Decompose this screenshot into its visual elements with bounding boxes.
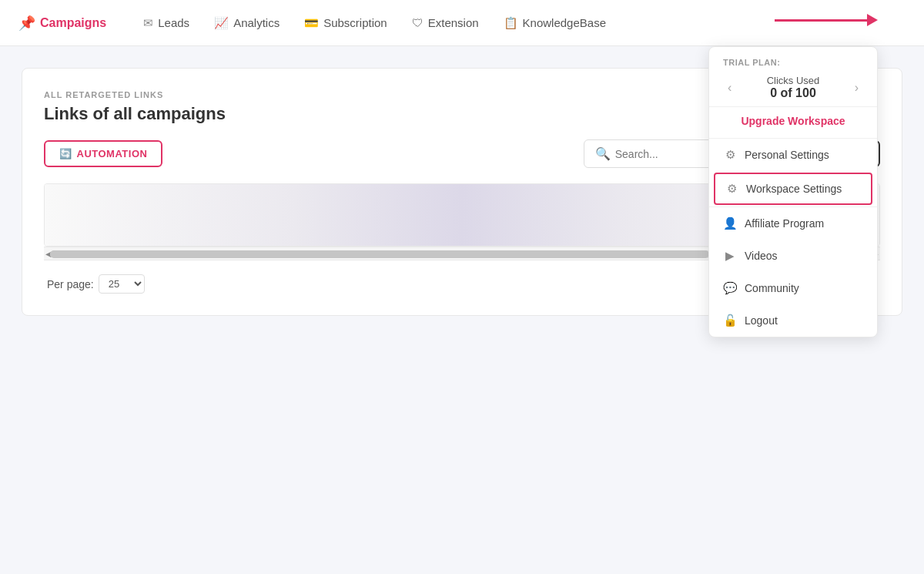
personal-settings-label: Personal Settings [745,149,829,161]
upgrade-workspace-button[interactable]: Upgrade Workspace [709,107,877,139]
community-label: Community [745,282,799,294]
clicks-prev-button[interactable]: ‹ [723,78,736,98]
per-page-control: Per page: 25 50 100 [47,274,145,294]
per-page-label: Per page: [47,278,94,290]
community-icon: 💬 [723,281,737,295]
nav-link-analytics-label: Analytics [233,16,280,29]
affiliate-icon: 👤 [723,217,737,230]
arrow-head [867,14,878,26]
automation-icon: 🔄 [59,148,72,159]
logout-icon: 🔓 [723,314,737,327]
analytics-icon: 📈 [214,16,229,30]
extension-icon: 🛡 [412,16,424,29]
clicks-next-button[interactable]: › [850,78,863,98]
trial-header: TRIAL PLAN: ‹ Clicks Used 0 of 100 › [709,47,877,107]
subscription-icon: 💳 [304,16,319,30]
nav-link-knowledgebase[interactable]: 📋 KnowledgeBase [491,10,618,36]
personal-settings-icon: ⚙ [723,148,737,162]
nav-link-leads[interactable]: ✉ Leads [131,10,202,36]
per-page-select[interactable]: 25 50 100 [99,274,145,294]
scroll-thumb[interactable] [50,250,709,258]
brand-label: Campaigns [40,16,106,30]
logout-label: Logout [745,314,778,327]
toolbar-left: 🔄 AUTOMATION [44,140,162,167]
nav-link-extension-label: Extension [428,16,479,29]
red-arrow-indicator [775,14,878,26]
navbar: 📌 Campaigns ✉ Leads 📈 Analytics 💳 Subscr… [0,0,924,46]
nav-link-subscription-label: Subscription [323,16,387,29]
nav-link-subscription[interactable]: 💳 Subscription [292,10,400,36]
nav-link-leads-label: Leads [158,16,189,29]
leads-icon: ✉ [143,16,153,30]
dropdown-item-videos[interactable]: ▶ Videos [709,240,877,272]
dropdown-item-personal-settings[interactable]: ⚙ Personal Settings [709,139,877,171]
workspace-settings-label: Workspace Settings [746,183,842,195]
clicks-label: Clicks Used [767,75,820,86]
automation-label: AUTOMATION [77,148,148,159]
clicks-info: Clicks Used 0 of 100 [767,75,820,100]
arrow-line [775,19,867,22]
brand-logo[interactable]: 📌 Campaigns [18,15,106,32]
nav-link-extension[interactable]: 🛡 Extension [400,10,491,35]
trial-plan-label: TRIAL PLAN: [723,58,863,67]
dropdown-item-community[interactable]: 💬 Community [709,272,877,304]
videos-label: Videos [745,250,778,262]
dropdown-item-affiliate[interactable]: 👤 Affiliate Program [709,207,877,240]
brand-icon: 📌 [18,15,35,32]
nav-link-analytics[interactable]: 📈 Analytics [202,10,292,36]
dropdown-item-workspace-settings[interactable]: ⚙ Workspace Settings [714,173,872,205]
clicks-used-row: ‹ Clicks Used 0 of 100 › [723,75,863,100]
nav-link-knowledgebase-label: KnowledgeBase [523,16,606,29]
dropdown-menu: TRIAL PLAN: ‹ Clicks Used 0 of 100 › Upg… [708,46,878,337]
videos-icon: ▶ [723,249,737,263]
search-icon: 🔍 [595,146,611,161]
workspace-settings-icon: ⚙ [725,182,738,196]
knowledgebase-icon: 📋 [504,16,518,30]
automation-button[interactable]: 🔄 AUTOMATION [44,140,162,167]
dropdown-item-logout[interactable]: 🔓 Logout [709,304,877,337]
affiliate-label: Affiliate Program [745,217,824,230]
clicks-value: 0 of 100 [767,86,820,100]
